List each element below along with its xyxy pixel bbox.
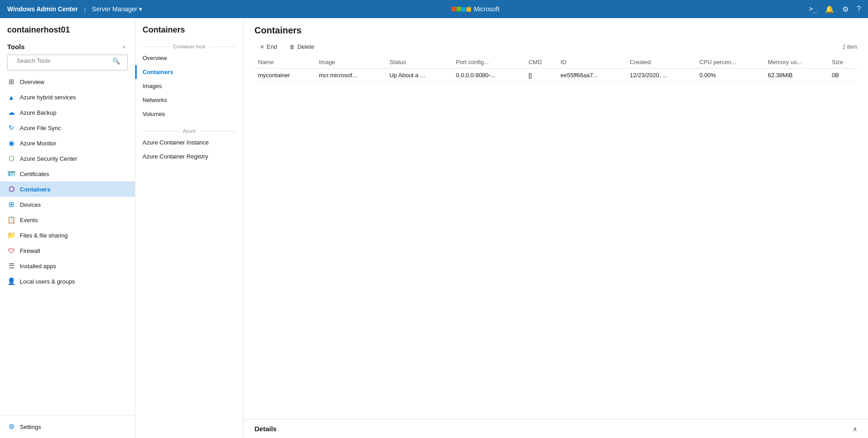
search-tools-input[interactable]: [15, 55, 112, 66]
cell-size: 0B: [828, 69, 857, 82]
main-content: Containers ✕ End 🗑 Delete 1 item NameIma…: [244, 18, 868, 438]
topbar-right: >_ 🔔 ⚙ ?: [809, 5, 861, 14]
sidebar-item-local-users[interactable]: 👤Local users & groups: [0, 274, 135, 289]
sidebar-item-files-sharing[interactable]: 📁Files & file sharing: [0, 228, 135, 243]
table-header: NameImageStatusPort config...CMDIDCreate…: [254, 56, 857, 69]
nav-label-firewall: Firewall: [20, 247, 40, 254]
gear-icon[interactable]: ⚙: [842, 5, 849, 14]
sidebar-item-devices[interactable]: ⊞Devices: [0, 197, 135, 212]
col-header[interactable]: CMD: [525, 56, 557, 69]
nav-icon-azure-backup: ☁: [7, 108, 15, 116]
cell-cpu_percen___: 0.00%: [696, 69, 764, 82]
nav-label-azure-hybrid: Azure hybrid services: [20, 94, 76, 101]
sidebar-item-settings[interactable]: ⚙Settings: [0, 419, 135, 434]
topbar-divider: |: [84, 6, 85, 13]
col-header[interactable]: Created: [626, 56, 696, 69]
nav-icon-overview: ⊞: [7, 78, 15, 86]
server-manager-chevron: ▾: [139, 5, 142, 13]
nav-icon-azure-hybrid: ▲: [7, 93, 15, 101]
search-icon: 🔍: [112, 57, 120, 65]
microsoft-logo: [452, 7, 471, 12]
sidebar-item-containers[interactable]: ⬡Containers: [0, 182, 135, 197]
table-row[interactable]: mycontainermcr.microsof...Up About a ...…: [254, 69, 857, 82]
app-title: Windows Admin Center: [7, 5, 78, 13]
sidebar-item-azure-hybrid[interactable]: ▲Azure hybrid services: [0, 89, 135, 105]
nav-label-certificates: Certificates: [20, 171, 49, 177]
cell-memory_us___: 62.38MiB: [764, 69, 828, 82]
nav-label-devices: Devices: [20, 201, 41, 208]
nav-label-local-users: Local users & groups: [20, 278, 75, 285]
sidebar-item-installed-apps[interactable]: ☰Installed apps: [0, 258, 135, 274]
cell-id: ee55ff66aa7...: [557, 69, 626, 82]
delete-icon: 🗑: [290, 44, 295, 50]
end-icon: ✕: [260, 44, 264, 50]
sidebar: containerhost01 Tools ‹ 🔍 ⊞Overview▲Azur…: [0, 18, 135, 438]
sidebar-item-firewall[interactable]: 🛡Firewall: [0, 243, 135, 258]
mid-nav-azure-container-registry[interactable]: Azure Container Registry: [135, 149, 243, 163]
col-header[interactable]: CPU percen...: [696, 56, 764, 69]
mid-panel: Containers Container host OverviewContai…: [135, 18, 244, 438]
sidebar-nav: ⊞Overview▲Azure hybrid services☁Azure Ba…: [0, 74, 135, 415]
delete-label: Delete: [297, 43, 314, 50]
sidebar-item-certificates[interactable]: 🪪Certificates: [0, 166, 135, 182]
col-header[interactable]: Port config...: [452, 56, 525, 69]
tools-label: Tools: [7, 43, 25, 51]
mid-panel-title: Containers: [135, 25, 243, 42]
nav-icon-azure-monitor: ◉: [7, 139, 15, 147]
sidebar-item-overview[interactable]: ⊞Overview: [0, 74, 135, 89]
sidebar-tools-header: Tools ‹: [0, 38, 135, 55]
nav-icon-certificates: 🪪: [7, 170, 15, 178]
col-header[interactable]: Image: [315, 56, 386, 69]
cell-image: mcr.microsof...: [315, 69, 386, 82]
col-header[interactable]: ID: [557, 56, 626, 69]
search-tools-wrap: 🔍: [7, 55, 128, 70]
details-chevron-icon: ∧: [853, 425, 857, 433]
details-section[interactable]: Details ∧: [244, 419, 868, 438]
col-header[interactable]: Name: [254, 56, 315, 69]
main-layout: containerhost01 Tools ‹ 🔍 ⊞Overview▲Azur…: [0, 18, 868, 438]
nav-icon-azure-file-sync: ↻: [7, 124, 15, 132]
cell-cmd: []: [525, 69, 557, 82]
nav-label-overview: Overview: [20, 79, 44, 85]
containers-table: NameImageStatusPort config...CMDIDCreate…: [254, 56, 857, 82]
end-button[interactable]: ✕ End: [254, 41, 282, 52]
mid-nav-volumes[interactable]: Volumes: [135, 107, 243, 121]
nav-label-installed-apps: Installed apps: [20, 263, 56, 270]
table-body: mycontainermcr.microsof...Up About a ...…: [254, 69, 857, 82]
sidebar-item-azure-backup[interactable]: ☁Azure Backup: [0, 105, 135, 120]
sidebar-item-azure-security[interactable]: ⬡Azure Security Center: [0, 151, 135, 166]
sidebar-item-azure-file-sync[interactable]: ↻Azure File Sync: [0, 120, 135, 135]
nav-icon-azure-security: ⬡: [7, 154, 15, 163]
sidebar-host-name: containerhost01: [0, 18, 135, 38]
nav-label-azure-backup: Azure Backup: [20, 109, 56, 116]
nav-icon-containers: ⬡: [7, 185, 15, 193]
cell-status: Up About a ...: [386, 69, 452, 82]
mid-section-container-host: Container host: [135, 42, 243, 51]
server-manager-menu[interactable]: Server Manager ▾: [92, 5, 142, 13]
nav-label-azure-security: Azure Security Center: [20, 155, 77, 162]
collapse-sidebar-button[interactable]: ‹: [120, 42, 128, 51]
nav-icon-settings: ⚙: [7, 423, 15, 431]
col-header[interactable]: Status: [386, 56, 452, 69]
nav-icon-installed-apps: ☰: [7, 262, 15, 270]
topbar: Windows Admin Center | Server Manager ▾ …: [0, 0, 868, 18]
content-header: Containers ✕ End 🗑 Delete 1 item: [244, 18, 868, 56]
sidebar-bottom: ⚙Settings: [0, 415, 135, 438]
mid-section-azure: Azure: [135, 126, 243, 135]
terminal-icon[interactable]: >_: [809, 5, 817, 13]
mid-nav-networks[interactable]: Networks: [135, 93, 243, 107]
sidebar-item-events[interactable]: 📋Events: [0, 212, 135, 228]
mid-nav-overview[interactable]: Overview: [135, 51, 243, 65]
help-icon[interactable]: ?: [857, 5, 861, 13]
col-header[interactable]: Memory us...: [764, 56, 828, 69]
mid-nav-containers[interactable]: Containers: [135, 65, 243, 79]
delete-button[interactable]: 🗑 Delete: [284, 41, 320, 52]
mid-nav-azure-container-instance[interactable]: Azure Container Instance: [135, 135, 243, 149]
col-header[interactable]: Size: [828, 56, 857, 69]
mid-nav-images[interactable]: Images: [135, 79, 243, 93]
nav-label-azure-file-sync: Azure File Sync: [20, 125, 61, 131]
details-title: Details: [254, 425, 277, 433]
sidebar-item-azure-monitor[interactable]: ◉Azure Monitor: [0, 135, 135, 151]
bell-icon[interactable]: 🔔: [825, 5, 834, 14]
nav-icon-events: 📋: [7, 216, 15, 224]
